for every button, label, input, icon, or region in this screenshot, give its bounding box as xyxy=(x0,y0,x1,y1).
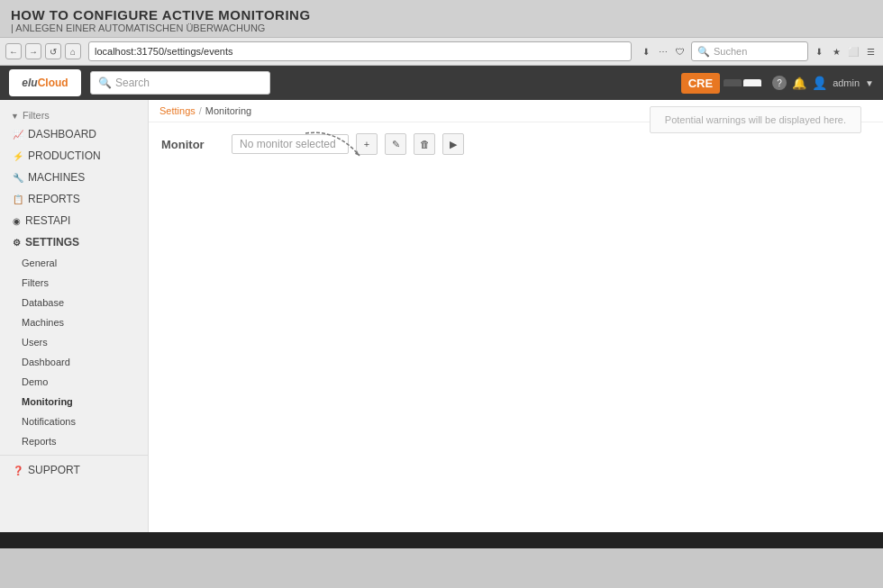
tab-1[interactable] xyxy=(724,79,742,86)
browser-icons: ⬇ ⋯ 🛡 xyxy=(639,44,687,59)
sidebar-item-settings[interactable]: SETTINGS xyxy=(0,231,148,253)
sidebar-item-restapi[interactable]: RESTAPI xyxy=(0,210,148,231)
extensions-icon[interactable]: ⋯ xyxy=(656,44,670,59)
app-container: Filters DASHBOARD PRODUCTION MACHINES RE… xyxy=(0,100,883,532)
app-search-input[interactable]: 🔍 Search xyxy=(90,71,270,95)
add-monitor-button[interactable]: + xyxy=(356,133,378,155)
search-icon: 🔍 xyxy=(697,46,710,58)
home-button[interactable]: ⌂ xyxy=(65,43,81,59)
sidebar-sub-filters[interactable]: Filters xyxy=(0,273,148,293)
sidebar-sub-reports[interactable]: Reports xyxy=(0,431,148,451)
sidebar-sub-monitoring[interactable]: Monitoring xyxy=(0,392,148,412)
bookmark-icon[interactable]: ⬇ xyxy=(639,44,653,59)
production-icon xyxy=(13,149,23,162)
bottom-bar xyxy=(0,532,883,548)
search-icon: 🔍 xyxy=(98,77,112,89)
sidebar-sub-notifications[interactable]: Notifications xyxy=(0,412,148,431)
sidebar-sub-demo[interactable]: Demo xyxy=(0,372,148,392)
sidebar: Filters DASHBOARD PRODUCTION MACHINES RE… xyxy=(0,100,149,532)
notification-icon[interactable]: 🔔 xyxy=(792,77,806,90)
bookmark-star-icon[interactable]: ★ xyxy=(829,44,843,59)
sidebar-sub-machines[interactable]: Machines xyxy=(0,312,148,332)
app-logo: elu Cloud xyxy=(9,69,81,96)
logo-elu: elu xyxy=(22,77,37,89)
browser-chrome: ← → ↺ ⌂ localhost:31750/settings/events … xyxy=(0,37,883,66)
warnings-panel: Potential warnings will be displayed her… xyxy=(650,106,861,133)
sidebar-sub-database[interactable]: Database xyxy=(0,293,148,312)
monitor-label: Monitor xyxy=(161,138,224,151)
browser-search[interactable]: 🔍 Suchen xyxy=(691,41,808,61)
machines-icon xyxy=(13,171,23,184)
subtitle: | ANLEGEN EINER AUTOMATISCHEN ÜBERWACHUN… xyxy=(11,23,872,33)
reports-icon xyxy=(13,193,23,205)
shield-icon: 🛡 xyxy=(673,44,687,59)
logo-cloud: Cloud xyxy=(38,77,68,89)
title-bar: HOW TO CONFIGURE ACTIVE MONITORING | ANL… xyxy=(0,0,883,37)
user-dropdown-icon[interactable]: ▼ xyxy=(865,78,874,88)
main-content: Settings / Monitoring Monitor No monitor… xyxy=(149,100,883,532)
sidebar-sub-users[interactable]: Users xyxy=(0,332,148,352)
user-avatar-icon: 👤 xyxy=(812,76,827,90)
delete-monitor-button[interactable]: 🗑 xyxy=(414,133,435,155)
api-icon xyxy=(13,214,21,227)
support-icon xyxy=(13,464,23,476)
monitor-select[interactable]: No monitor selected xyxy=(232,134,349,154)
minimize-icon[interactable]: ⬇ xyxy=(812,44,826,59)
monitor-row: Monitor No monitor selected + ✎ 🗑 ▶ xyxy=(161,133,464,155)
sidebar-item-production[interactable]: PRODUCTION xyxy=(0,145,148,167)
back-button[interactable]: ← xyxy=(5,43,22,59)
play-monitor-button[interactable]: ▶ xyxy=(442,133,464,155)
forward-button[interactable]: → xyxy=(25,43,41,59)
sidebar-filters-header: Filters xyxy=(0,107,148,123)
cre-badge: CRE xyxy=(681,73,720,94)
sidebar-item-reports[interactable]: REPORTS xyxy=(0,188,148,210)
sidebar-divider xyxy=(0,455,148,456)
tab-active[interactable] xyxy=(743,79,761,86)
sidebar-sub-general[interactable]: General xyxy=(0,253,148,273)
user-area: ? 🔔 👤 admin ▼ xyxy=(772,76,874,90)
dashboard-icon xyxy=(13,128,23,140)
browser-menu-icons: ⬇ ★ ⬜ ☰ xyxy=(812,44,878,59)
breadcrumb-settings-link[interactable]: Settings xyxy=(159,105,196,116)
sidebar-item-support[interactable]: SUPPORT xyxy=(0,459,148,481)
help-badge[interactable]: ? xyxy=(772,76,787,90)
url-bar[interactable]: localhost:31750/settings/events xyxy=(88,41,632,61)
app-topbar: elu Cloud 🔍 Search CRE ? 🔔 👤 admin ▼ xyxy=(0,66,883,100)
main-title: HOW TO CONFIGURE ACTIVE MONITORING xyxy=(11,7,872,23)
menu-icon[interactable]: ☰ xyxy=(863,44,878,59)
edit-monitor-button[interactable]: ✎ xyxy=(385,133,406,155)
sidebar-item-machines[interactable]: MACHINES xyxy=(0,167,148,188)
filter-icon xyxy=(11,110,19,121)
content-area: Monitor No monitor selected + ✎ 🗑 ▶ xyxy=(149,122,883,532)
refresh-button[interactable]: ↺ xyxy=(45,43,61,59)
sidebar-sub-dashboard[interactable]: Dashboard xyxy=(0,352,148,372)
maximize-icon[interactable]: ⬜ xyxy=(846,44,860,59)
settings-icon xyxy=(13,236,21,249)
sidebar-item-dashboard[interactable]: DASHBOARD xyxy=(0,123,148,145)
